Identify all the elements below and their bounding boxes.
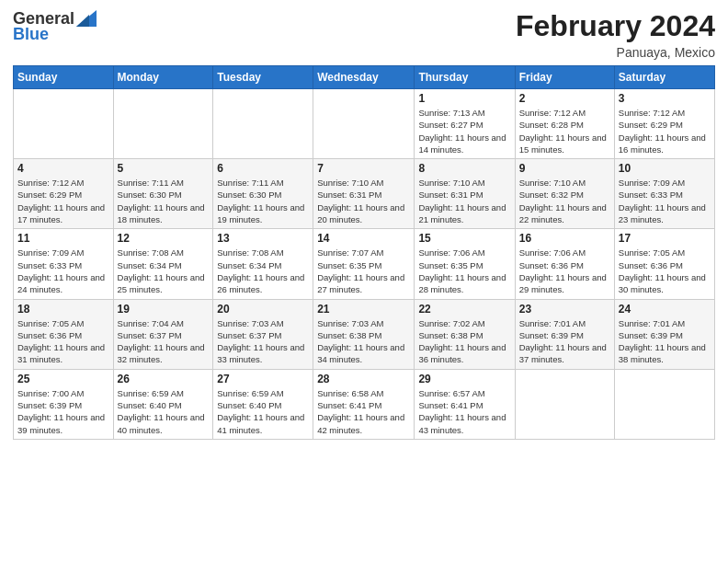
day-info: Sunrise: 7:12 AM Sunset: 6:29 PM Dayligh… bbox=[619, 107, 711, 155]
calendar-cell: 21Sunrise: 7:03 AM Sunset: 6:38 PM Dayli… bbox=[313, 299, 415, 369]
calendar-cell bbox=[614, 369, 714, 439]
calendar-cell: 29Sunrise: 6:57 AM Sunset: 6:41 PM Dayli… bbox=[415, 369, 515, 439]
day-number: 29 bbox=[418, 373, 510, 385]
calendar-cell: 15Sunrise: 7:06 AM Sunset: 6:35 PM Dayli… bbox=[415, 229, 515, 299]
day-number: 25 bbox=[17, 373, 109, 385]
calendar-week-row: 18Sunrise: 7:05 AM Sunset: 6:36 PM Dayli… bbox=[14, 299, 715, 369]
calendar-cell: 28Sunrise: 6:58 AM Sunset: 6:41 PM Dayli… bbox=[313, 369, 415, 439]
calendar-cell: 18Sunrise: 7:05 AM Sunset: 6:36 PM Dayli… bbox=[14, 299, 114, 369]
day-info: Sunrise: 7:10 AM Sunset: 6:32 PM Dayligh… bbox=[519, 177, 610, 225]
calendar-week-row: 11Sunrise: 7:09 AM Sunset: 6:33 PM Dayli… bbox=[14, 229, 715, 299]
calendar-cell: 14Sunrise: 7:07 AM Sunset: 6:35 PM Dayli… bbox=[313, 229, 415, 299]
calendar-week-row: 25Sunrise: 7:00 AM Sunset: 6:39 PM Dayli… bbox=[14, 369, 715, 439]
logo-icon bbox=[76, 10, 97, 27]
day-number: 22 bbox=[418, 303, 510, 316]
day-number: 9 bbox=[519, 162, 610, 175]
calendar-cell: 17Sunrise: 7:05 AM Sunset: 6:36 PM Dayli… bbox=[614, 229, 714, 299]
day-number: 3 bbox=[619, 92, 711, 105]
day-number: 28 bbox=[317, 373, 410, 385]
day-info: Sunrise: 7:13 AM Sunset: 6:27 PM Dayligh… bbox=[418, 107, 510, 155]
calendar-cell: 1Sunrise: 7:13 AM Sunset: 6:27 PM Daylig… bbox=[415, 89, 515, 159]
day-number: 19 bbox=[118, 303, 210, 316]
calendar-cell: 4Sunrise: 7:12 AM Sunset: 6:29 PM Daylig… bbox=[14, 159, 114, 229]
day-info: Sunrise: 7:08 AM Sunset: 6:34 PM Dayligh… bbox=[217, 247, 309, 295]
day-number: 16 bbox=[519, 232, 610, 245]
day-number: 27 bbox=[217, 373, 309, 385]
day-number: 5 bbox=[118, 162, 210, 175]
calendar-cell: 6Sunrise: 7:11 AM Sunset: 6:30 PM Daylig… bbox=[213, 159, 313, 229]
day-number: 13 bbox=[217, 232, 309, 245]
calendar-header-tuesday: Tuesday bbox=[213, 66, 313, 89]
day-info: Sunrise: 7:06 AM Sunset: 6:35 PM Dayligh… bbox=[418, 247, 510, 295]
svg-marker-1 bbox=[76, 15, 89, 27]
day-number: 21 bbox=[317, 303, 410, 316]
calendar-cell: 20Sunrise: 7:03 AM Sunset: 6:37 PM Dayli… bbox=[213, 299, 313, 369]
calendar-header-monday: Monday bbox=[113, 66, 213, 89]
day-number: 4 bbox=[17, 162, 109, 175]
day-number: 24 bbox=[619, 303, 711, 316]
day-info: Sunrise: 6:59 AM Sunset: 6:40 PM Dayligh… bbox=[118, 387, 210, 436]
calendar-cell: 8Sunrise: 7:10 AM Sunset: 6:31 PM Daylig… bbox=[415, 159, 515, 229]
day-info: Sunrise: 7:09 AM Sunset: 6:33 PM Dayligh… bbox=[17, 247, 109, 295]
day-number: 8 bbox=[418, 162, 510, 175]
location: Panuaya, Mexico bbox=[516, 45, 715, 60]
day-number: 10 bbox=[619, 162, 711, 175]
day-info: Sunrise: 7:01 AM Sunset: 6:39 PM Dayligh… bbox=[619, 317, 711, 366]
page: General Blue February 2024 Panuaya, Mexi… bbox=[0, 0, 728, 563]
day-number: 18 bbox=[17, 303, 109, 316]
day-info: Sunrise: 6:58 AM Sunset: 6:41 PM Dayligh… bbox=[317, 387, 410, 436]
calendar-cell: 24Sunrise: 7:01 AM Sunset: 6:39 PM Dayli… bbox=[614, 299, 714, 369]
day-number: 14 bbox=[317, 232, 410, 245]
day-info: Sunrise: 6:59 AM Sunset: 6:40 PM Dayligh… bbox=[217, 387, 309, 436]
calendar-cell: 27Sunrise: 6:59 AM Sunset: 6:40 PM Dayli… bbox=[213, 369, 313, 439]
calendar-week-row: 4Sunrise: 7:12 AM Sunset: 6:29 PM Daylig… bbox=[14, 159, 715, 229]
calendar-cell: 10Sunrise: 7:09 AM Sunset: 6:33 PM Dayli… bbox=[614, 159, 714, 229]
calendar-cell bbox=[213, 89, 313, 159]
calendar-cell: 7Sunrise: 7:10 AM Sunset: 6:31 PM Daylig… bbox=[313, 159, 415, 229]
day-info: Sunrise: 6:57 AM Sunset: 6:41 PM Dayligh… bbox=[418, 387, 510, 436]
calendar-cell: 25Sunrise: 7:00 AM Sunset: 6:39 PM Dayli… bbox=[14, 369, 114, 439]
calendar-cell: 3Sunrise: 7:12 AM Sunset: 6:29 PM Daylig… bbox=[614, 89, 714, 159]
day-number: 20 bbox=[217, 303, 309, 316]
calendar-week-row: 1Sunrise: 7:13 AM Sunset: 6:27 PM Daylig… bbox=[14, 89, 715, 159]
calendar-cell bbox=[313, 89, 415, 159]
day-info: Sunrise: 7:03 AM Sunset: 6:37 PM Dayligh… bbox=[217, 317, 309, 366]
calendar-header-thursday: Thursday bbox=[415, 66, 515, 89]
day-number: 7 bbox=[317, 162, 410, 175]
day-number: 26 bbox=[118, 373, 210, 385]
calendar-cell: 16Sunrise: 7:06 AM Sunset: 6:36 PM Dayli… bbox=[515, 229, 614, 299]
month-title: February 2024 bbox=[516, 9, 715, 43]
calendar-header-saturday: Saturday bbox=[614, 66, 714, 89]
day-info: Sunrise: 7:11 AM Sunset: 6:30 PM Dayligh… bbox=[217, 177, 309, 225]
calendar-header-sunday: Sunday bbox=[14, 66, 114, 89]
day-info: Sunrise: 7:10 AM Sunset: 6:31 PM Dayligh… bbox=[317, 177, 410, 225]
day-info: Sunrise: 7:08 AM Sunset: 6:34 PM Dayligh… bbox=[118, 247, 210, 295]
day-number: 11 bbox=[17, 232, 109, 245]
calendar-cell: 12Sunrise: 7:08 AM Sunset: 6:34 PM Dayli… bbox=[113, 229, 213, 299]
day-info: Sunrise: 7:06 AM Sunset: 6:36 PM Dayligh… bbox=[519, 247, 610, 295]
day-info: Sunrise: 7:12 AM Sunset: 6:29 PM Dayligh… bbox=[17, 177, 109, 225]
day-number: 1 bbox=[418, 92, 510, 105]
calendar-cell bbox=[14, 89, 114, 159]
calendar-cell bbox=[113, 89, 213, 159]
logo: General Blue bbox=[13, 9, 97, 44]
day-info: Sunrise: 7:11 AM Sunset: 6:30 PM Dayligh… bbox=[118, 177, 210, 225]
day-info: Sunrise: 7:05 AM Sunset: 6:36 PM Dayligh… bbox=[17, 317, 109, 366]
day-info: Sunrise: 7:01 AM Sunset: 6:39 PM Dayligh… bbox=[519, 317, 610, 366]
calendar-cell: 23Sunrise: 7:01 AM Sunset: 6:39 PM Dayli… bbox=[515, 299, 614, 369]
day-number: 6 bbox=[217, 162, 309, 175]
title-block: February 2024 Panuaya, Mexico bbox=[516, 9, 715, 60]
day-info: Sunrise: 7:12 AM Sunset: 6:28 PM Dayligh… bbox=[519, 107, 610, 155]
calendar-cell: 26Sunrise: 6:59 AM Sunset: 6:40 PM Dayli… bbox=[113, 369, 213, 439]
day-number: 17 bbox=[619, 232, 711, 245]
day-number: 15 bbox=[418, 232, 510, 245]
day-number: 23 bbox=[519, 303, 610, 316]
calendar-cell: 13Sunrise: 7:08 AM Sunset: 6:34 PM Dayli… bbox=[213, 229, 313, 299]
calendar-header-friday: Friday bbox=[515, 66, 614, 89]
day-info: Sunrise: 7:05 AM Sunset: 6:36 PM Dayligh… bbox=[619, 247, 711, 295]
day-info: Sunrise: 7:10 AM Sunset: 6:31 PM Dayligh… bbox=[418, 177, 510, 225]
day-info: Sunrise: 7:03 AM Sunset: 6:38 PM Dayligh… bbox=[317, 317, 410, 366]
header: General Blue February 2024 Panuaya, Mexi… bbox=[13, 9, 715, 60]
calendar-table: SundayMondayTuesdayWednesdayThursdayFrid… bbox=[13, 65, 715, 440]
day-number: 2 bbox=[519, 92, 610, 105]
